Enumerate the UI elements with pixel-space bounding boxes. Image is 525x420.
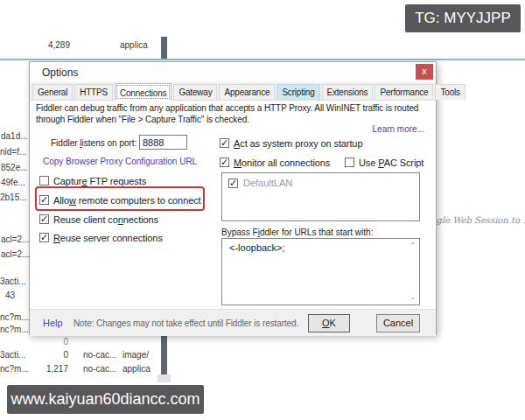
dialog-footer: Help Note: Changes may not take effect u… [30, 309, 436, 336]
bg-cell-name: 3acti... [0, 350, 25, 360]
checkbox-label: Allow remote computers to connect [53, 195, 201, 206]
bg-cell-caching: no-cac... [83, 364, 116, 374]
dialog-titlebar: Options x [30, 62, 436, 82]
lan-connections-listbox[interactable]: DefaultLAN [221, 172, 420, 221]
screenshot-root: 4,289 applica da1d... nid=f... 852e... 4… [0, 0, 525, 420]
bg-url-fragment[interactable]: 3acti... [0, 276, 25, 286]
checkbox-label: Monitor all connections [234, 158, 330, 168]
scroll-down-icon[interactable]: ⌄ [410, 294, 416, 301]
checkbox-icon[interactable] [39, 214, 49, 224]
checkbox-icon[interactable] [39, 195, 49, 205]
cancel-button[interactable]: Cancel [376, 314, 420, 332]
lan-item-label: DefaultLAN [243, 178, 292, 188]
tab-tools[interactable]: Tools [435, 84, 465, 100]
help-link[interactable]: Help [43, 318, 63, 328]
bg-url-fragment[interactable]: da1d... [1, 131, 28, 141]
checkbox-allow-remote[interactable]: Allow remote computers to connect [39, 193, 201, 206]
port-label: Fiddler listens on port: [51, 138, 136, 148]
watermark-website: www.kaiyuan60diancc.com [7, 385, 204, 414]
bg-url-fragment[interactable]: nc?m... [0, 312, 29, 322]
checkbox-use-pac[interactable]: Use PAC Script [345, 156, 424, 169]
bg-cell-size: 1,217 [42, 364, 68, 374]
dialog-title: Options [42, 66, 78, 79]
splitter-bar[interactable] [161, 37, 167, 59]
bg-session-type: applica [120, 40, 148, 50]
bg-cell-type: applica [122, 364, 150, 374]
tab-extensions[interactable]: Extensions [322, 84, 374, 100]
checkbox-label: Reuse client connections [53, 214, 158, 225]
bg-url-fragment[interactable]: 852e... [1, 163, 28, 172]
bg-url-fragment[interactable]: 49fe... [1, 178, 25, 187]
checkbox-icon[interactable] [39, 176, 49, 186]
watermark-telegram: TG: MYYJJPP [405, 4, 521, 32]
checkbox-label: Act as system proxy on startup [234, 138, 362, 149]
checkbox-icon[interactable] [345, 158, 354, 167]
bypass-value: <-loopback>; [229, 242, 285, 253]
bg-cell-size: 0 [42, 350, 68, 360]
checkbox-icon[interactable] [220, 138, 229, 148]
bypass-label: Bypass Fiddler for URLs that start with: [221, 228, 373, 237]
bg-url-fragment[interactable]: acl=2... [1, 249, 30, 259]
bg-url-fragment[interactable]: nid=f... [0, 147, 26, 157]
bg-url-fragment[interactable]: 43 [5, 290, 15, 300]
checkbox-label: Capture FTP requests [53, 176, 146, 186]
ok-button[interactable]: OK [308, 314, 350, 332]
tab-appearance[interactable]: Appearance [219, 84, 275, 100]
checkbox-monitor-all[interactable]: Monitor all connections [220, 156, 330, 169]
bg-url-fragment[interactable]: 2b15... [0, 192, 27, 202]
bg-cell-name: nc?m... [0, 364, 29, 374]
tab-scripting[interactable]: Scripting [276, 84, 319, 100]
close-button[interactable]: x [416, 64, 433, 80]
splitter-bar[interactable] [161, 335, 167, 374]
checkbox-label: Reuse server connections [53, 233, 163, 243]
bg-cell-size: 0 [42, 337, 68, 346]
options-dialog: Options x General HTTPS Connections Gate… [29, 61, 437, 335]
restart-note: Note: Changes may not take effect until … [74, 318, 298, 328]
tab-general[interactable]: General [32, 84, 73, 100]
learn-more-link[interactable]: Learn more... [373, 124, 424, 134]
close-icon: x [422, 66, 427, 76]
options-tabstrip: General HTTPS Connections Gateway Appear… [30, 82, 436, 101]
tab-https[interactable]: HTTPS [74, 84, 113, 100]
bg-session-note-text: ngle Web Session to . [430, 215, 525, 225]
checkbox-icon[interactable] [228, 178, 238, 188]
bg-cell-caching: no-cac... [83, 350, 116, 360]
bg-cell-type: image/ [122, 350, 149, 360]
checkbox-act-as-proxy[interactable]: Act as system proxy on startup [220, 136, 362, 150]
lan-list-item[interactable]: DefaultLAN [228, 178, 413, 188]
tab-performance[interactable]: Performance [374, 84, 433, 100]
separator-line [0, 59, 525, 60]
bg-session-size: 4,289 [44, 40, 70, 50]
checkbox-icon[interactable] [39, 233, 49, 242]
checkbox-capture-ftp[interactable]: Capture FTP requests [39, 174, 146, 187]
scroll-up-icon[interactable]: ⌃ [410, 242, 416, 249]
copy-proxy-url-link[interactable]: Copy Browser Proxy Configuration URL [43, 157, 197, 166]
bg-url-fragment[interactable]: nc?m... [0, 325, 29, 334]
splitter-end [158, 374, 171, 382]
connections-intro-text: Fiddler can debug traffic from any appli… [36, 102, 433, 125]
tab-connections[interactable]: Connections [115, 83, 172, 101]
checkbox-reuse-client[interactable]: Reuse client connections [39, 213, 158, 226]
bypass-textarea[interactable]: <-loopback>; ⌃ ⌄ [221, 238, 420, 305]
checkbox-icon[interactable] [220, 158, 229, 167]
port-input[interactable] [139, 135, 187, 150]
checkbox-reuse-server[interactable]: Reuse server connections [39, 231, 163, 244]
tab-gateway[interactable]: Gateway [173, 84, 217, 100]
bg-url-fragment[interactable]: acl=2... [1, 234, 30, 244]
checkbox-label: Use PAC Script [359, 158, 424, 168]
